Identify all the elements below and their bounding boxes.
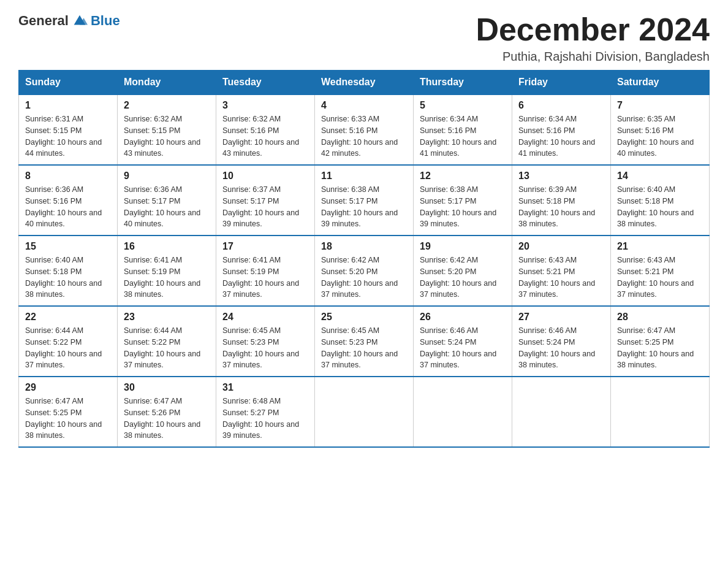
day-info: Sunrise: 6:42 AMSunset: 5:20 PMDaylight:… bbox=[321, 255, 407, 301]
calendar-cell: 20Sunrise: 6:43 AMSunset: 5:21 PMDayligh… bbox=[512, 236, 611, 306]
calendar-cell bbox=[512, 377, 611, 447]
location-subtitle: Puthia, Rajshahi Division, Bangladesh bbox=[476, 50, 710, 64]
calendar-week-row: 8Sunrise: 6:36 AMSunset: 5:16 PMDaylight… bbox=[19, 165, 710, 236]
day-number: 29 bbox=[25, 382, 111, 393]
day-info: Sunrise: 6:37 AMSunset: 5:17 PMDaylight:… bbox=[222, 184, 308, 230]
calendar-cell: 22Sunrise: 6:44 AMSunset: 5:22 PMDayligh… bbox=[19, 306, 118, 377]
calendar-cell: 11Sunrise: 6:38 AMSunset: 5:17 PMDayligh… bbox=[315, 165, 414, 236]
day-number: 26 bbox=[420, 312, 506, 323]
calendar-header-row: SundayMondayTuesdayWednesdayThursdayFrid… bbox=[19, 71, 710, 95]
day-info: Sunrise: 6:33 AMSunset: 5:16 PMDaylight:… bbox=[321, 113, 407, 159]
calendar-cell: 23Sunrise: 6:44 AMSunset: 5:22 PMDayligh… bbox=[118, 306, 216, 377]
day-number: 19 bbox=[420, 241, 506, 252]
calendar-cell: 18Sunrise: 6:42 AMSunset: 5:20 PMDayligh… bbox=[315, 236, 414, 306]
day-info: Sunrise: 6:47 AMSunset: 5:25 PMDaylight:… bbox=[25, 396, 111, 442]
day-info: Sunrise: 6:36 AMSunset: 5:17 PMDaylight:… bbox=[124, 184, 210, 230]
calendar-cell: 3Sunrise: 6:32 AMSunset: 5:16 PMDaylight… bbox=[216, 94, 315, 165]
calendar-table: SundayMondayTuesdayWednesdayThursdayFrid… bbox=[18, 70, 710, 448]
day-number: 22 bbox=[25, 312, 111, 323]
day-info: Sunrise: 6:43 AMSunset: 5:21 PMDaylight:… bbox=[617, 255, 703, 301]
day-info: Sunrise: 6:34 AMSunset: 5:16 PMDaylight:… bbox=[420, 113, 506, 159]
day-number: 30 bbox=[124, 382, 210, 393]
calendar-week-row: 15Sunrise: 6:40 AMSunset: 5:18 PMDayligh… bbox=[19, 236, 710, 306]
logo-icon bbox=[71, 12, 88, 29]
calendar-cell: 19Sunrise: 6:42 AMSunset: 5:20 PMDayligh… bbox=[414, 236, 512, 306]
calendar-cell: 27Sunrise: 6:46 AMSunset: 5:24 PMDayligh… bbox=[512, 306, 611, 377]
calendar-cell: 26Sunrise: 6:46 AMSunset: 5:24 PMDayligh… bbox=[414, 306, 512, 377]
calendar-cell: 1Sunrise: 6:31 AMSunset: 5:15 PMDaylight… bbox=[19, 94, 118, 165]
day-number: 8 bbox=[25, 170, 111, 182]
logo: General Blue bbox=[18, 12, 120, 29]
calendar-week-row: 1Sunrise: 6:31 AMSunset: 5:15 PMDaylight… bbox=[19, 94, 710, 165]
day-number: 28 bbox=[617, 312, 703, 323]
day-number: 25 bbox=[321, 312, 407, 323]
day-number: 5 bbox=[420, 100, 506, 111]
day-info: Sunrise: 6:41 AMSunset: 5:19 PMDaylight:… bbox=[124, 255, 210, 301]
calendar-cell: 13Sunrise: 6:39 AMSunset: 5:18 PMDayligh… bbox=[512, 165, 611, 236]
day-number: 27 bbox=[518, 312, 604, 323]
day-info: Sunrise: 6:44 AMSunset: 5:22 PMDaylight:… bbox=[25, 325, 111, 371]
day-info: Sunrise: 6:39 AMSunset: 5:18 PMDaylight:… bbox=[518, 184, 604, 230]
calendar-week-row: 29Sunrise: 6:47 AMSunset: 5:25 PMDayligh… bbox=[19, 377, 710, 447]
day-info: Sunrise: 6:45 AMSunset: 5:23 PMDaylight:… bbox=[321, 325, 407, 371]
day-info: Sunrise: 6:46 AMSunset: 5:24 PMDaylight:… bbox=[518, 325, 604, 371]
day-info: Sunrise: 6:40 AMSunset: 5:18 PMDaylight:… bbox=[25, 255, 111, 301]
day-info: Sunrise: 6:35 AMSunset: 5:16 PMDaylight:… bbox=[617, 113, 703, 159]
calendar-cell bbox=[315, 377, 414, 447]
calendar-cell: 2Sunrise: 6:32 AMSunset: 5:15 PMDaylight… bbox=[118, 94, 216, 165]
col-header-friday: Friday bbox=[512, 71, 611, 95]
logo-blue: Blue bbox=[91, 13, 120, 29]
col-header-sunday: Sunday bbox=[19, 71, 118, 95]
day-info: Sunrise: 6:32 AMSunset: 5:16 PMDaylight:… bbox=[222, 113, 308, 159]
day-number: 1 bbox=[25, 100, 111, 111]
calendar-cell: 7Sunrise: 6:35 AMSunset: 5:16 PMDaylight… bbox=[611, 94, 710, 165]
month-title: December 2024 bbox=[476, 12, 710, 47]
calendar-cell: 8Sunrise: 6:36 AMSunset: 5:16 PMDaylight… bbox=[19, 165, 118, 236]
day-number: 3 bbox=[222, 100, 308, 111]
day-number: 21 bbox=[617, 241, 703, 252]
day-info: Sunrise: 6:44 AMSunset: 5:22 PMDaylight:… bbox=[124, 325, 210, 371]
day-number: 9 bbox=[124, 170, 210, 182]
day-number: 18 bbox=[321, 241, 407, 252]
calendar-cell: 15Sunrise: 6:40 AMSunset: 5:18 PMDayligh… bbox=[19, 236, 118, 306]
calendar-cell: 31Sunrise: 6:48 AMSunset: 5:27 PMDayligh… bbox=[216, 377, 315, 447]
calendar-cell: 12Sunrise: 6:38 AMSunset: 5:17 PMDayligh… bbox=[414, 165, 512, 236]
col-header-tuesday: Tuesday bbox=[216, 71, 315, 95]
day-number: 17 bbox=[222, 241, 308, 252]
day-number: 7 bbox=[617, 100, 703, 111]
day-info: Sunrise: 6:38 AMSunset: 5:17 PMDaylight:… bbox=[420, 184, 506, 230]
day-number: 12 bbox=[420, 170, 506, 182]
day-number: 24 bbox=[222, 312, 308, 323]
day-number: 23 bbox=[124, 312, 210, 323]
day-number: 10 bbox=[222, 170, 308, 182]
calendar-cell: 14Sunrise: 6:40 AMSunset: 5:18 PMDayligh… bbox=[611, 165, 710, 236]
day-number: 16 bbox=[124, 241, 210, 252]
calendar-cell: 17Sunrise: 6:41 AMSunset: 5:19 PMDayligh… bbox=[216, 236, 315, 306]
day-info: Sunrise: 6:45 AMSunset: 5:23 PMDaylight:… bbox=[222, 325, 308, 371]
day-number: 2 bbox=[124, 100, 210, 111]
day-number: 11 bbox=[321, 170, 407, 182]
day-info: Sunrise: 6:46 AMSunset: 5:24 PMDaylight:… bbox=[420, 325, 506, 371]
day-info: Sunrise: 6:41 AMSunset: 5:19 PMDaylight:… bbox=[222, 255, 308, 301]
day-info: Sunrise: 6:32 AMSunset: 5:15 PMDaylight:… bbox=[124, 113, 210, 159]
calendar-cell bbox=[611, 377, 710, 447]
calendar-week-row: 22Sunrise: 6:44 AMSunset: 5:22 PMDayligh… bbox=[19, 306, 710, 377]
day-number: 4 bbox=[321, 100, 407, 111]
col-header-thursday: Thursday bbox=[414, 71, 512, 95]
calendar-cell: 24Sunrise: 6:45 AMSunset: 5:23 PMDayligh… bbox=[216, 306, 315, 377]
day-info: Sunrise: 6:31 AMSunset: 5:15 PMDaylight:… bbox=[25, 113, 111, 159]
calendar-cell: 21Sunrise: 6:43 AMSunset: 5:21 PMDayligh… bbox=[611, 236, 710, 306]
calendar-cell: 16Sunrise: 6:41 AMSunset: 5:19 PMDayligh… bbox=[118, 236, 216, 306]
page-header: General Blue December 2024 Puthia, Rajsh… bbox=[18, 12, 710, 64]
calendar-cell: 28Sunrise: 6:47 AMSunset: 5:25 PMDayligh… bbox=[611, 306, 710, 377]
calendar-cell: 9Sunrise: 6:36 AMSunset: 5:17 PMDaylight… bbox=[118, 165, 216, 236]
day-info: Sunrise: 6:47 AMSunset: 5:25 PMDaylight:… bbox=[617, 325, 703, 371]
day-number: 15 bbox=[25, 241, 111, 252]
day-info: Sunrise: 6:42 AMSunset: 5:20 PMDaylight:… bbox=[420, 255, 506, 301]
title-section: December 2024 Puthia, Rajshahi Division,… bbox=[476, 12, 710, 64]
day-info: Sunrise: 6:36 AMSunset: 5:16 PMDaylight:… bbox=[25, 184, 111, 230]
day-info: Sunrise: 6:48 AMSunset: 5:27 PMDaylight:… bbox=[222, 396, 308, 442]
col-header-wednesday: Wednesday bbox=[315, 71, 414, 95]
calendar-cell: 4Sunrise: 6:33 AMSunset: 5:16 PMDaylight… bbox=[315, 94, 414, 165]
day-info: Sunrise: 6:34 AMSunset: 5:16 PMDaylight:… bbox=[518, 113, 604, 159]
